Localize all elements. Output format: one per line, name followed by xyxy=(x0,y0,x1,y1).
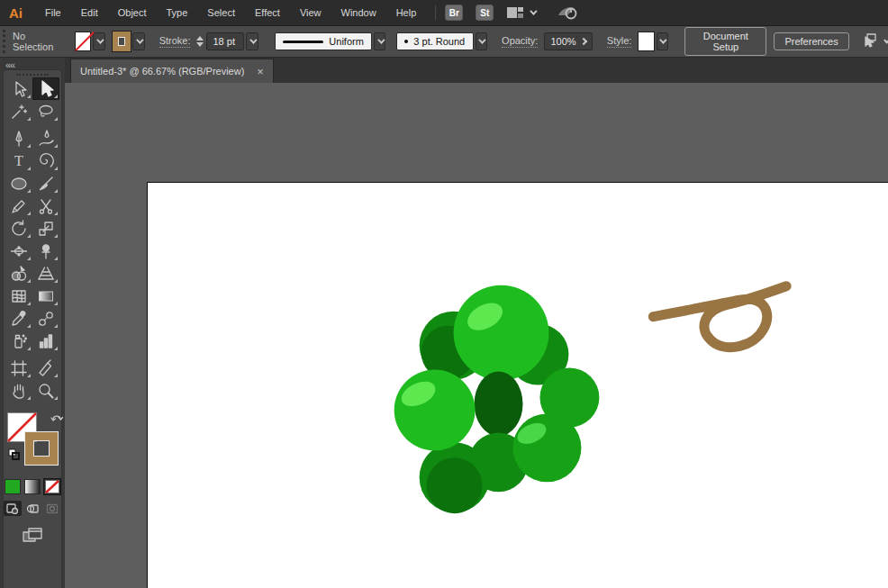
stroke-panel-link[interactable]: Stroke: xyxy=(159,35,191,48)
pencil-tool[interactable] xyxy=(5,194,32,217)
width-profile-preview xyxy=(283,41,323,43)
opacity-submenu-arrow-icon[interactable] xyxy=(580,38,587,45)
app-logo: Ai xyxy=(0,5,35,21)
zoom-tool[interactable] xyxy=(32,379,59,402)
grape-ball[interactable] xyxy=(513,413,582,482)
stroke-color-swatch[interactable] xyxy=(113,32,131,51)
width-profile-dropdown[interactable] xyxy=(374,32,385,50)
opacity-field[interactable]: 100% xyxy=(544,32,592,50)
stroke-proxy[interactable] xyxy=(25,432,58,465)
svg-text:T: T xyxy=(14,153,23,168)
rotate-tool[interactable] xyxy=(5,217,32,240)
style-swatch[interactable] xyxy=(638,32,654,51)
menu-file[interactable]: File xyxy=(35,0,71,25)
selection-status: No Selection xyxy=(13,31,66,52)
width-tool[interactable] xyxy=(5,240,32,262)
menu-window[interactable]: Window xyxy=(331,0,386,25)
control-bar-grip[interactable] xyxy=(3,30,5,53)
gradient-button[interactable] xyxy=(24,479,41,494)
magic-wand-tool[interactable] xyxy=(5,100,32,122)
menu-view[interactable]: View xyxy=(290,0,331,25)
ellipse-tool[interactable] xyxy=(5,172,32,194)
color-button[interactable] xyxy=(5,479,21,494)
menu-bar: Ai File Edit Object Type Select Effect V… xyxy=(0,0,888,25)
brush-select[interactable]: 3 pt. Round xyxy=(396,32,473,50)
close-tab-icon[interactable]: × xyxy=(257,66,264,77)
screen-mode-icon[interactable] xyxy=(4,525,61,545)
swap-fill-stroke-icon[interactable] xyxy=(50,412,64,425)
blend-tool[interactable] xyxy=(32,307,59,330)
opacity-value: 100% xyxy=(550,36,575,47)
stroke-color-dropdown[interactable] xyxy=(132,32,144,50)
curvature-tool[interactable] xyxy=(32,127,59,149)
menu-select[interactable]: Select xyxy=(197,0,245,25)
preferences-button[interactable]: Preferences xyxy=(774,32,848,50)
tools-dock: «« T xyxy=(0,58,65,588)
menu-effect[interactable]: Effect xyxy=(245,0,290,25)
none-button[interactable] xyxy=(44,479,60,494)
document-setup-button[interactable]: Document Setup xyxy=(684,27,766,56)
menu-object[interactable]: Object xyxy=(108,0,157,25)
width-profile-select[interactable]: Uniform xyxy=(275,32,372,50)
lasso-tool[interactable] xyxy=(32,100,59,122)
menu-edit[interactable]: Edit xyxy=(71,0,108,25)
menu-help[interactable]: Help xyxy=(386,0,427,25)
type-tool[interactable]: T xyxy=(5,149,32,172)
paintbrush-tool[interactable] xyxy=(32,172,59,194)
puppet-warp-tool[interactable] xyxy=(32,240,59,262)
canvas-area[interactable] xyxy=(65,83,888,588)
grape-ball[interactable] xyxy=(454,285,549,381)
selection-tool[interactable] xyxy=(32,77,59,100)
grape-cluster-object[interactable] xyxy=(394,285,600,513)
shape-builder-tool[interactable] xyxy=(5,262,32,285)
grape-ball-shade xyxy=(427,457,483,513)
column-graph-tool[interactable] xyxy=(32,330,59,352)
stock-button[interactable]: St xyxy=(476,5,494,21)
document-tab[interactable]: Untitled-3* @ 66.67% (RGB/Preview) × xyxy=(70,59,274,83)
toolbar-grip[interactable] xyxy=(16,74,49,76)
document-tab-strip: Untitled-3* @ 66.67% (RGB/Preview) × xyxy=(65,58,888,83)
mesh-tool[interactable] xyxy=(5,285,32,307)
grape-ball[interactable] xyxy=(394,370,476,451)
bridge-button[interactable]: Br xyxy=(445,5,463,21)
menubar-separator xyxy=(435,5,436,20)
preferences-flyout-icon[interactable] xyxy=(860,32,880,51)
symbol-sprayer-tool[interactable] xyxy=(5,330,32,352)
preferences-flyout-chevron-icon[interactable] xyxy=(883,37,888,44)
artboard-tool[interactable] xyxy=(5,357,32,379)
direct-selection-tool[interactable] xyxy=(5,77,32,100)
color-mode-buttons xyxy=(4,479,61,494)
arrange-documents-chevron-icon[interactable] xyxy=(530,7,537,14)
draw-inside-icon[interactable] xyxy=(43,501,61,516)
stroke-weight-dropdown[interactable] xyxy=(246,32,258,50)
control-bar: No Selection Stroke: 18 pt Uniform 3 pt.… xyxy=(0,25,888,58)
stem-loop-object[interactable] xyxy=(653,286,786,348)
eyedropper-tool[interactable] xyxy=(5,307,32,330)
opacity-panel-link[interactable]: Opacity: xyxy=(502,35,538,48)
brush-preview-dot xyxy=(404,40,408,43)
draw-behind-icon[interactable] xyxy=(23,501,41,516)
hand-tool[interactable] xyxy=(5,379,32,402)
brush-dropdown[interactable] xyxy=(476,32,487,50)
stroke-weight-field[interactable]: 18 pt xyxy=(206,32,244,50)
style-dropdown[interactable] xyxy=(657,32,668,50)
document-title: Untitled-3* @ 66.67% (RGB/Preview) xyxy=(80,66,244,77)
cs-live-icon[interactable] xyxy=(557,5,578,21)
pen-tool[interactable] xyxy=(5,127,32,149)
default-fill-stroke-icon[interactable] xyxy=(8,448,20,462)
stroke-weight-stepper[interactable] xyxy=(196,36,204,47)
scale-tool[interactable] xyxy=(32,217,59,240)
artboard[interactable] xyxy=(147,182,888,588)
scissors-tool[interactable] xyxy=(32,194,59,217)
fill-color-swatch[interactable] xyxy=(75,32,91,51)
style-panel-link[interactable]: Style: xyxy=(607,35,632,48)
fill-color-dropdown[interactable] xyxy=(93,32,104,50)
spiral-tool[interactable] xyxy=(32,149,59,172)
gradient-tool[interactable] xyxy=(32,285,59,307)
slice-tool[interactable] xyxy=(32,357,59,379)
arrange-documents-icon[interactable] xyxy=(506,5,524,20)
toolbar-panel: T xyxy=(3,69,62,588)
menu-type[interactable]: Type xyxy=(157,0,198,25)
perspective-grid-tool[interactable] xyxy=(32,262,59,285)
draw-normal-icon[interactable] xyxy=(4,501,22,516)
